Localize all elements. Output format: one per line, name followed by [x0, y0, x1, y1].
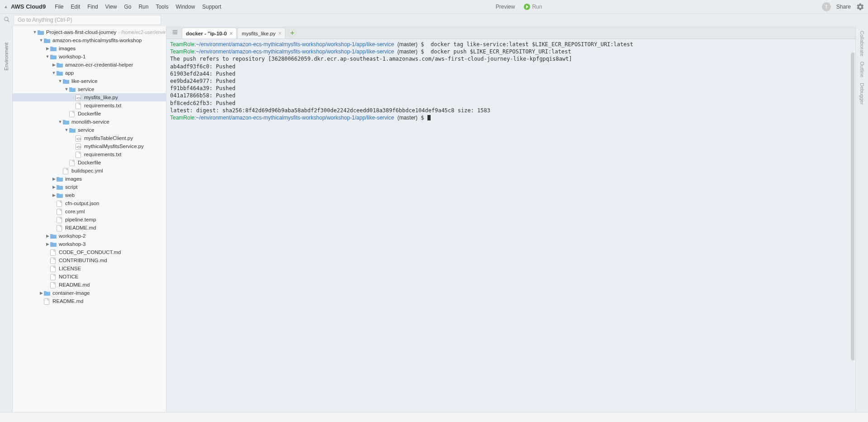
tree-item-label: workshop-3: [59, 241, 85, 247]
chevron-right-icon[interactable]: ▶: [45, 234, 50, 238]
chevron-down-icon[interactable]: ▼: [33, 30, 37, 34]
right-panel-outline[interactable]: Outline: [859, 59, 865, 80]
folder-icon: [43, 37, 51, 43]
chevron-down-icon[interactable]: ▼: [64, 128, 69, 132]
chevron-right-icon[interactable]: ▶: [45, 242, 50, 246]
tree-item-label: images: [59, 46, 76, 51]
tree-folder[interactable]: ▶script: [13, 183, 166, 191]
tree-file[interactable]: buildspec.yml: [13, 167, 166, 175]
tree-item-label: README.md: [59, 282, 90, 288]
tab[interactable]: docker - "ip-10-0×: [182, 28, 237, 38]
chevron-right-icon[interactable]: ▶: [52, 62, 56, 67]
project-root-row[interactable]: ▼ Project-aws-first-cloud-journey - /hom…: [13, 28, 166, 36]
tree-item-label: web: [65, 192, 75, 198]
tree-item-label: LICENSE: [59, 266, 81, 271]
tree-file[interactable]: <>mysfits_like.py: [13, 93, 166, 101]
tree-file[interactable]: README.md: [13, 281, 166, 289]
tree-file[interactable]: pipeline.temp: [13, 216, 166, 224]
tree-file[interactable]: CODE_OF_CONDUCT.md: [13, 248, 166, 256]
close-icon[interactable]: ×: [229, 30, 232, 37]
terminal[interactable]: TeamRole:~/environment/amazon-ecs-mythic…: [166, 39, 855, 412]
folder-icon: [56, 70, 63, 76]
tree-file[interactable]: core.yml: [13, 207, 166, 216]
right-panel-collaborate[interactable]: Collaborate: [859, 28, 865, 59]
goto-anything-input[interactable]: [14, 15, 161, 25]
folder-icon: [62, 119, 70, 125]
tree-folder[interactable]: ▼service: [13, 85, 166, 93]
chevron-right-icon[interactable]: ▶: [39, 291, 43, 295]
tree-file[interactable]: LICENSE: [13, 264, 166, 273]
new-tab-button[interactable]: +: [288, 29, 296, 37]
tree-file[interactable]: Dockerfile: [13, 110, 166, 118]
tree-file[interactable]: cfn-output.json: [13, 199, 166, 207]
menu-item-tools[interactable]: Tools: [152, 4, 172, 10]
menu-item-go[interactable]: Go: [120, 4, 135, 10]
chevron-down-icon[interactable]: ▼: [58, 120, 62, 124]
tree-file[interactable]: requirements.txt: [13, 150, 166, 158]
preview-button[interactable]: Preview: [496, 4, 515, 10]
tree-item-label: mysfits_like.py: [84, 95, 118, 100]
project-name: Project-aws-first-cloud-journey: [46, 29, 116, 35]
chevron-right-icon[interactable]: ▶: [52, 193, 56, 197]
chevron-right-icon[interactable]: ▶: [52, 185, 56, 189]
tree-item-label: core.yml: [65, 209, 85, 214]
file-icon: [56, 208, 63, 215]
chevron-right-icon[interactable]: ▶: [52, 177, 56, 181]
tree-file[interactable]: README.md: [13, 297, 166, 305]
tab-label: docker - "ip-10-0: [186, 31, 227, 36]
tree-folder[interactable]: ▼workshop-1: [13, 53, 166, 61]
tree-folder[interactable]: ▶container-image: [13, 289, 166, 297]
file-icon: [50, 249, 57, 255]
tree-folder[interactable]: ▼monolith-service: [13, 118, 166, 126]
tree-file[interactable]: <>mysfitsTableClient.py: [13, 134, 166, 142]
menu-item-run[interactable]: Run: [135, 4, 152, 10]
tree-item-label: README.md: [65, 225, 96, 230]
tree-folder[interactable]: ▶workshop-2: [13, 232, 166, 240]
run-button[interactable]: Run: [524, 4, 542, 10]
chevron-down-icon[interactable]: ▼: [58, 79, 62, 83]
chevron-down-icon[interactable]: ▼: [64, 87, 69, 91]
menu-item-edit[interactable]: Edit: [67, 4, 84, 10]
tree-folder[interactable]: ▶images: [13, 175, 166, 183]
tree-file[interactable]: <>mythicalMysfitsService.py: [13, 142, 166, 150]
menu-item-view[interactable]: View: [102, 4, 121, 10]
tab-list-icon[interactable]: [168, 27, 182, 38]
tree-file[interactable]: README.md: [13, 224, 166, 232]
tree-folder[interactable]: ▶workshop-3: [13, 240, 166, 248]
share-button[interactable]: Share: [836, 4, 851, 10]
folder-icon: [69, 127, 76, 133]
chevron-down-icon[interactable]: ▼: [52, 71, 56, 75]
environment-panel-tab[interactable]: Environment: [4, 40, 9, 73]
tree-folder[interactable]: ▶web: [13, 191, 166, 199]
tree-item-label: CONTRIBUTING.md: [59, 258, 107, 263]
search-icon[interactable]: [3, 16, 11, 24]
tree-file[interactable]: CONTRIBUTING.md: [13, 256, 166, 264]
menu-item-window[interactable]: Window: [172, 4, 199, 10]
tab[interactable]: mysfits_like.py×: [237, 28, 285, 38]
chevron-down-icon[interactable]: ▼: [45, 54, 50, 59]
close-icon[interactable]: ×: [278, 30, 281, 37]
tree-folder[interactable]: ▼like-service: [13, 77, 166, 85]
folder-icon: [62, 78, 70, 84]
tree-file[interactable]: requirements.txt: [13, 101, 166, 110]
tree-file[interactable]: Dockerfile: [13, 158, 166, 167]
file-icon: [69, 110, 76, 117]
right-panel-debugger[interactable]: Debugger: [859, 80, 865, 107]
brand-caret-icon[interactable]: ▲: [4, 4, 8, 9]
tree-folder[interactable]: ▼app: [13, 69, 166, 77]
tree-item-label: workshop-1: [59, 54, 85, 59]
menu-item-find[interactable]: Find: [84, 4, 101, 10]
avatar[interactable]: T: [822, 2, 831, 11]
chevron-right-icon[interactable]: ▶: [45, 46, 50, 51]
file-icon: [75, 102, 82, 109]
menu-item-file[interactable]: File: [51, 4, 67, 10]
scrollbar-thumb[interactable]: [851, 53, 854, 360]
tree-folder[interactable]: ▶images: [13, 44, 166, 53]
tree-folder[interactable]: ▶amazon-ecr-credential-helper: [13, 61, 166, 69]
tree-folder[interactable]: ▼service: [13, 126, 166, 134]
tree-folder[interactable]: ▼amazon-ecs-mythicalmysfits-workshop: [13, 36, 166, 44]
chevron-down-icon[interactable]: ▼: [39, 38, 43, 43]
settings-gear-icon[interactable]: [856, 3, 864, 11]
tree-file[interactable]: NOTICE: [13, 273, 166, 281]
menu-item-support[interactable]: Support: [199, 4, 225, 10]
